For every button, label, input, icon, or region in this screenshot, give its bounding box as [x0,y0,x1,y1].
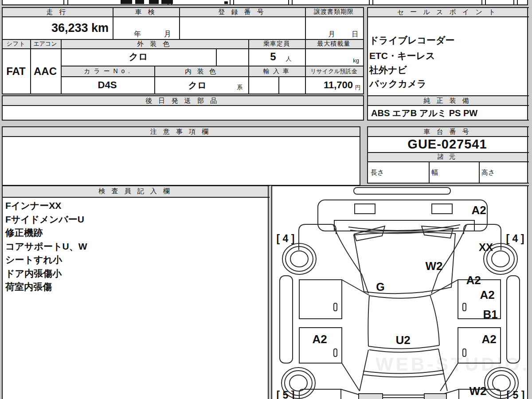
watermark: WEB-STUDIO.PRO [376,354,528,375]
equipment-header: 純 正 装 備 [423,97,471,105]
color-no-value: D4S [98,79,117,91]
sales-point-item: バックカメラ [369,78,426,90]
inspector-note-line: コアサポートU、W [5,240,87,253]
auction-sheet: 走 行 車 検 登 録 番 号 譲渡書類期限 36,233 km 年 月 月 日… [0,0,532,399]
shift-header: シフト [7,40,26,48]
left-sill [280,276,293,363]
mileage-header: 走 行 [46,8,68,16]
deadline-day-label: 日 [352,30,359,39]
front-left-lamp [355,204,375,214]
inspector-note-line: シートすれ小 [5,254,62,266]
sales-point-item: ETC・キーレス [369,50,435,62]
height-label: 高さ [481,168,495,177]
color-no-header: カ ラ ー N o . [84,67,131,75]
inspection-header: 車 検 [135,8,156,16]
interior-color-value: クロ [188,79,207,91]
door-handle [334,349,337,356]
damage-code-label: [ 5 ] [277,389,295,399]
front-fender-left [299,224,336,250]
exterior-color-header: 外 装 色 [137,40,172,48]
inspection-year-label: 年 [134,30,141,39]
registration-header: 登 録 番 号 [218,8,266,16]
specs-header: 諸 元 [438,153,457,161]
damage-code-label: [ 5 ] [507,389,525,399]
recycle-deposit-value: 11,700 [324,79,353,91]
cautions-header: 注 意 事 項 欄 [150,128,211,136]
front-right-lamp [432,204,452,214]
deadline-month-label: 月 [329,30,335,39]
inspector-note-line: 修正機跡 [5,227,43,239]
inspector-note-line: FインナーXX [5,200,61,212]
sales-point-item: ドライブレコーダー [369,34,454,47]
capacity-unit: 人 [286,55,292,63]
damage-code-label: A2 [466,274,481,287]
damage-code-label: XX [479,241,493,253]
damage-code-label: W2 [426,259,443,273]
damage-code-label: [ 4 ] [506,233,524,244]
door-handle [463,303,466,311]
sales-points-header: セ ー ル ス ポ イ ン ト [397,8,498,16]
inspector-note-line: FサイドメンバーU [5,213,84,226]
right-sill [507,276,520,363]
exterior-color-value: クロ [129,51,148,63]
width-label: 幅 [431,168,438,177]
length-label: 長さ [371,168,384,177]
damage-code-label: A2 [481,332,496,346]
shift-value: FAT [6,65,26,78]
inspector-note-line: ドア内張傷小 [5,267,62,280]
max-load-unit: kg [353,57,359,64]
door-handle [334,303,337,311]
recycle-deposit-header: リサイクル預託金 [310,67,357,75]
capacity-header: 乗車定員 [263,40,290,48]
cutoff-text-fragment [121,0,132,4]
damage-code-label: [ 4 ] [277,233,295,244]
import-car-header: 輸 入 車 [263,67,290,75]
equipment-value: ABS エアB アルミ PS PW [371,107,477,119]
recycle-deposit-unit: 円 [355,84,360,91]
transfer-deadline-header: 譲渡書類期限 [314,8,354,16]
left-front-door [299,280,342,319]
rear-bumper-left [359,394,383,399]
later-parts-header: 後 日 発 送 部 品 [145,97,219,105]
interior-color-suffix: 系 [237,83,243,91]
damage-code-label: A2 [471,203,486,217]
aircon-value: AAC [34,65,57,78]
chassis-number: GUE-027541 [407,137,487,152]
rear-window-left [360,350,368,391]
sales-point-item: 社外ナビ [369,64,407,76]
roof-front-arc [369,295,430,298]
inspection-month-label: 月 [164,30,171,39]
capacity-value: 5 [270,51,276,63]
chassis-header: 車 台 番 号 [423,128,471,136]
inspector-header: 検 査 員 記 入 欄 [98,187,172,196]
rear-bumper-right [424,394,446,399]
damage-code-label: G [376,281,384,293]
damage-code-label: A2 [480,288,494,301]
interior-color-header: 内 装 色 [185,67,217,76]
aircon-header: エアコン [33,40,57,48]
damage-code-label: B1 [483,308,497,321]
damage-code-label: W2 [469,384,487,398]
damage-code-label: A2 [312,332,327,346]
front-license-bar [354,188,450,194]
front-bumper [318,200,487,231]
inspector-note-line: 荷室内張傷 [5,281,52,293]
car-damage-diagram: WEB-STUDIO.PRO A2[ 4 ][ 4 ]XXW2A2GA2B1A2… [271,185,528,399]
mileage-value: 36,233 km [51,21,109,35]
damage-code-label: U2 [395,333,410,347]
max-load-header: 最大積載量 [317,40,351,48]
